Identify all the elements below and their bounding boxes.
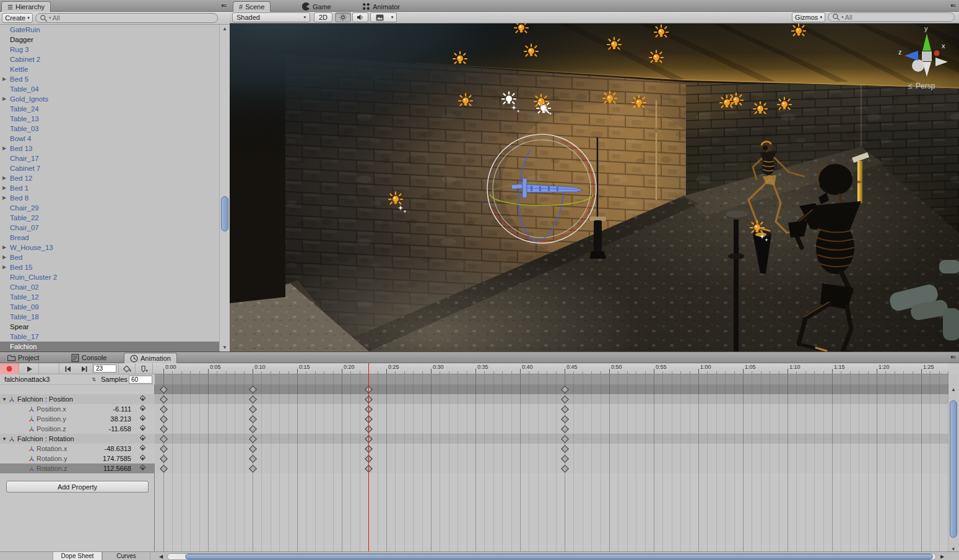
hierarchy-item[interactable]: Table_12: [0, 292, 219, 302]
keyframe-toggle-icon[interactable]: [140, 445, 146, 451]
scroll-up-icon[interactable]: ▲: [222, 26, 227, 32]
hierarchy-item[interactable]: Chair_02: [0, 282, 219, 292]
animation-row[interactable]: ▼Falchion : Position: [0, 394, 155, 404]
hierarchy-item[interactable]: Spear: [0, 322, 219, 332]
hierarchy-item[interactable]: Table_04: [0, 84, 219, 94]
hierarchy-item[interactable]: Table_17: [0, 332, 219, 342]
tab-game[interactable]: Game: [297, 1, 337, 12]
animation-row[interactable]: Rotation.z112.5668: [0, 463, 155, 473]
hierarchy-item[interactable]: Dagger: [0, 35, 219, 45]
scroll-down-icon[interactable]: ▼: [222, 345, 227, 350]
tab-console[interactable]: Console: [66, 353, 112, 363]
expand-arrow-icon[interactable]: ▶: [2, 183, 6, 193]
hscroll-track[interactable]: [167, 553, 936, 560]
lighting-toggle-button[interactable]: [335, 12, 351, 22]
expand-arrow-icon[interactable]: ▶: [2, 193, 6, 203]
hierarchy-item[interactable]: Chair_07: [0, 223, 219, 233]
clip-dropdown[interactable]: falchionattack3 ⇅: [0, 374, 101, 385]
row-value[interactable]: 38.213: [110, 414, 131, 424]
persp-label[interactable]: Persp: [916, 82, 935, 90]
hierarchy-item[interactable]: Table_18: [0, 312, 219, 322]
row-value[interactable]: 174.7585: [103, 454, 131, 463]
keyframe-toggle-icon[interactable]: [140, 435, 146, 441]
row-value[interactable]: -6.111: [113, 404, 131, 414]
hierarchy-item[interactable]: Chair_29: [0, 203, 219, 213]
hierarchy-item[interactable]: Kettle: [0, 64, 219, 74]
playhead[interactable]: [368, 363, 369, 551]
first-frame-button[interactable]: [59, 363, 76, 374]
keyframe-toggle-icon[interactable]: [140, 425, 146, 431]
vscroll-thumb[interactable]: [950, 400, 957, 538]
hierarchy-item[interactable]: ▶Gold_Ignots: [0, 94, 219, 104]
gizmos-dropdown[interactable]: Gizmos ▾: [792, 12, 825, 22]
tab-curves[interactable]: Curves: [102, 552, 150, 560]
hierarchy-item[interactable]: Table_24: [0, 104, 219, 114]
animation-row[interactable]: Rotation.x-48.6313: [0, 444, 155, 454]
hscroll-thumb[interactable]: [185, 554, 933, 559]
expand-arrow-icon[interactable]: ▶: [2, 144, 6, 153]
dope-sheet-body[interactable]: [155, 374, 948, 551]
tab-dope-sheet[interactable]: Dope Sheet: [53, 552, 102, 560]
tab-project[interactable]: Project: [2, 353, 45, 363]
add-keyframe-button[interactable]: [119, 363, 135, 374]
last-frame-button[interactable]: [76, 363, 92, 374]
hierarchy-search-input[interactable]: ▾ All: [35, 13, 218, 23]
foldout-icon[interactable]: ▼: [2, 434, 7, 444]
animation-row[interactable]: Position.z-11.658: [0, 424, 155, 434]
hierarchy-scrollbar[interactable]: ▲ ▼: [219, 25, 230, 351]
tab-animation[interactable]: Animation: [124, 353, 177, 363]
hierarchy-item[interactable]: Falchion: [0, 342, 219, 351]
hierarchy-item[interactable]: ▶Bed 15: [0, 262, 219, 272]
hscroll-left-arrow[interactable]: ◀: [156, 553, 166, 560]
hierarchy-item[interactable]: Cabinet 7: [0, 163, 219, 173]
scene-viewport[interactable]: y x z ≤ Persp: [230, 24, 959, 351]
scene-search-input[interactable]: ▾ All: [828, 12, 955, 22]
hierarchy-item[interactable]: ▶Bed 5: [0, 74, 219, 84]
2d-toggle-button[interactable]: 2D: [314, 12, 332, 22]
tab-animator[interactable]: Animator: [357, 1, 406, 12]
hierarchy-item[interactable]: ▶Bed 12: [0, 173, 219, 183]
panel-menu-icon[interactable]: ▾≡: [950, 2, 955, 9]
hierarchy-item[interactable]: Cabinet 2: [0, 54, 219, 64]
keyframe-toggle-icon[interactable]: [140, 455, 146, 461]
samples-field[interactable]: 60: [129, 376, 152, 384]
play-button[interactable]: [20, 363, 38, 374]
row-value[interactable]: -11.658: [109, 424, 132, 434]
add-event-button[interactable]: [136, 363, 152, 374]
hierarchy-item[interactable]: Chair_17: [0, 153, 219, 163]
expand-arrow-icon[interactable]: ▶: [2, 173, 6, 183]
panel-menu-icon[interactable]: ▾≡: [950, 354, 955, 360]
keyframe-toggle-icon[interactable]: [140, 465, 146, 471]
effects-dropdown-arrow[interactable]: ▾: [388, 12, 397, 22]
shaded-dropdown[interactable]: Shaded ▾: [232, 12, 310, 22]
tab-hierarchy[interactable]: ☰ Hierarchy: [1, 1, 51, 12]
record-button[interactable]: [0, 363, 19, 374]
hierarchy-scrollbar-thumb[interactable]: [221, 196, 228, 231]
add-property-button[interactable]: Add Property: [6, 481, 149, 493]
audio-toggle-button[interactable]: [352, 12, 368, 22]
expand-arrow-icon[interactable]: ▶: [2, 243, 6, 252]
effects-toggle-button[interactable]: [370, 12, 389, 22]
hierarchy-item[interactable]: ▶W_House_13: [0, 243, 219, 252]
hscroll-right-arrow[interactable]: ▶: [937, 553, 947, 560]
tab-scene[interactable]: # Scene: [233, 1, 271, 12]
expand-arrow-icon[interactable]: ▶: [2, 252, 6, 262]
animation-row[interactable]: Rotation.y174.7585: [0, 454, 155, 463]
hierarchy-item[interactable]: Table_22: [0, 213, 219, 223]
row-value[interactable]: -48.6313: [105, 444, 131, 454]
hierarchy-item[interactable]: ▶Bed 8: [0, 193, 219, 203]
create-button[interactable]: Create ▾: [2, 13, 33, 23]
hierarchy-item[interactable]: Bread: [0, 233, 219, 243]
hierarchy-item[interactable]: GateRuin: [0, 25, 219, 35]
keyframe-toggle-icon[interactable]: [140, 395, 146, 402]
expand-arrow-icon[interactable]: ▶: [2, 94, 6, 104]
hierarchy-item[interactable]: Table_03: [0, 124, 219, 134]
panel-menu-icon[interactable]: ▾≡: [221, 2, 226, 9]
hierarchy-item[interactable]: ▶Bed 1: [0, 183, 219, 193]
row-value[interactable]: 112.5668: [103, 463, 131, 473]
frame-field[interactable]: 23: [93, 364, 116, 373]
timeline-ruler[interactable]: 0:000:050:100:150:200:250:300:350:400:45…: [155, 363, 948, 374]
expand-arrow-icon[interactable]: ▶: [2, 262, 6, 272]
animation-row[interactable]: Position.y38.213: [0, 414, 155, 424]
hierarchy-item[interactable]: Table_09: [0, 302, 219, 312]
